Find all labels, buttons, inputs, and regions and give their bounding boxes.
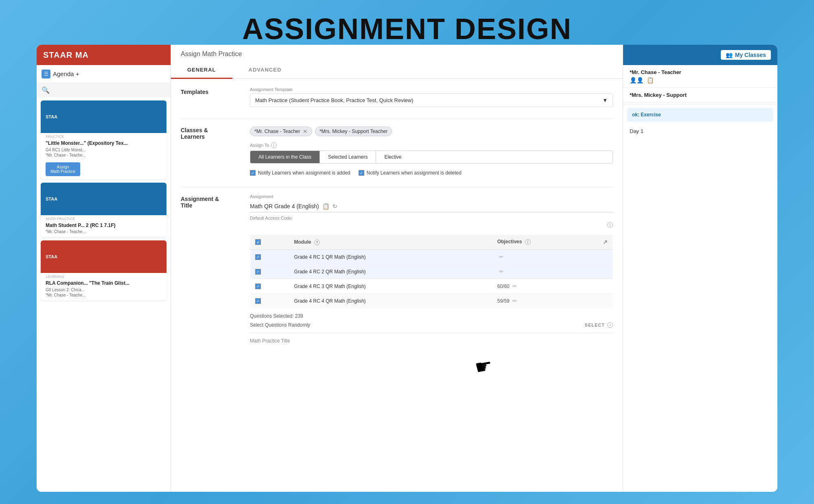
row-4-obj-val: 59/59 <box>497 298 510 304</box>
page-title: ASSIGNMENT DESIGN <box>0 0 814 46</box>
row-2-checkbox[interactable]: ✓ <box>255 269 261 275</box>
templates-content: Assignment Template Math Practice (Stude… <box>250 87 613 107</box>
assignment-title-section: Assignment & Title Assignment Math QR Gr… <box>181 194 613 344</box>
ext-link-icon[interactable]: ↗ <box>603 239 608 245</box>
select-button[interactable]: SELECT <box>585 323 605 327</box>
my-classes-icon: 👥 <box>726 52 733 58</box>
teacher-item-2[interactable]: *Mrs. Mickey - Support <box>623 88 777 103</box>
agenda-icon: ☰ <box>42 70 50 79</box>
classes-learners-section: Classes & Learners *Mr. Chase - Teacher … <box>181 125 613 176</box>
assignment-content: Assignment Math QR Grade 4 (English) 📋 ↻… <box>250 194 613 344</box>
module-info-icon[interactable]: ? <box>314 240 320 245</box>
modal-overlay: Assign Math Practice GENERAL ADVANCED Te… <box>171 45 623 492</box>
card-math-student: STAA MATH PRACTICE Math Student P... 2 (… <box>41 183 166 238</box>
objectives-info-icon[interactable]: i <box>525 239 531 245</box>
row-3-checkbox[interactable]: ✓ <box>255 284 261 289</box>
classes-label-line1: Classes & <box>181 127 208 133</box>
card-header-text-1: STAA <box>46 114 57 119</box>
row-4-obj-cell: 59/59 ✏ <box>492 294 613 308</box>
notify-added-label: Notify Learners when assignment is added <box>258 170 350 176</box>
teacher-item-1[interactable]: *Mr. Chase - Teacher 👤👤 📋 <box>623 65 777 88</box>
notify-deleted-checkbox[interactable]: ✓ <box>359 170 364 176</box>
row-4-checkbox[interactable]: ✓ <box>255 298 261 304</box>
row-1-checkbox[interactable]: ✓ <box>255 254 261 260</box>
card-header-text-2: STAA <box>46 196 57 201</box>
template-select[interactable]: Math Practice (Student Practice Book, Pr… <box>250 94 613 107</box>
row-1-module-text: Grade 4 RC 1 QR Math (English) <box>294 254 366 260</box>
card-label-3: LEARNING <box>41 273 166 279</box>
assign-btn-line1: Assign <box>57 165 69 169</box>
teacher-name-1: *Mr. Chase - Teacher <box>630 69 771 75</box>
right-panel: 👥 My Classes *Mr. Chase - Teacher 👤👤 📋 *… <box>623 45 777 492</box>
table-row: ✓ Grade 4 RC 3 QR Math (English) 60/60 ✏ <box>250 279 613 294</box>
assign-option-elective[interactable]: Elective <box>376 151 409 163</box>
tab-bar: GENERAL ADVANCED <box>171 62 623 79</box>
th-checkbox: ✓ <box>250 235 289 250</box>
card-title-3: RLA Companion... "The Train Glist... <box>46 280 162 287</box>
classes-content: *Mr. Chase - Teacher ✕ *Mrs. Mickey - Su… <box>250 125 613 176</box>
card-label-1: PRACTICE <box>41 133 166 139</box>
row-1-edit-icon[interactable]: ✏ <box>499 254 503 260</box>
search-row: 🔍 <box>37 83 171 97</box>
objectives-header-label: Objectives <box>497 239 522 244</box>
row-3-edit-icon[interactable]: ✏ <box>512 283 517 289</box>
right-card-title: ok: Exercise <box>632 112 768 118</box>
notify-added-checkbox[interactable]: ✓ <box>250 170 256 176</box>
row-3-cb-cell: ✓ <box>250 279 289 294</box>
notification-checkboxes: ✓ Notify Learners when assignment is add… <box>250 167 613 176</box>
table-header-row: ✓ Module ? Objectives i ↗ <box>250 235 613 250</box>
tab-general[interactable]: GENERAL <box>171 62 232 79</box>
assign-to-info-icon[interactable]: i <box>271 142 277 148</box>
card-header-red-3: STAA <box>41 240 166 273</box>
assignment-field-label: Assignment <box>250 194 613 199</box>
table-row: ✓ Grade 4 RC 4 QR Math (English) 59/59 ✏ <box>250 294 613 308</box>
classes-label-line2: Learners <box>181 133 205 140</box>
tag-close-0[interactable]: ✕ <box>303 129 308 134</box>
card-assign-math-practice: STAA PRACTICE "Little Monster..." (Expos… <box>41 100 166 179</box>
right-panel-header: 👥 My Classes <box>623 45 777 65</box>
row-1-obj-cell: ✏ <box>492 250 613 264</box>
assign-option-selected[interactable]: Selected Learners <box>320 151 376 163</box>
row-4-edit-icon[interactable]: ✏ <box>512 298 517 304</box>
teacher-icon-edit: 📋 <box>647 77 654 83</box>
select-questions-label: Select Questions Randomly <box>250 322 310 328</box>
tag-mr-chase[interactable]: *Mr. Chase - Teacher ✕ <box>250 127 312 136</box>
card-body-2: Math Student P... 2 (RC 1 7.1F) *Mr. Cha… <box>41 221 166 238</box>
card-title-2: Math Student P... 2 (RC 1 7.1F) <box>46 223 162 229</box>
tag-mrs-mickey[interactable]: *Mrs. Mickey - Support Teacher <box>315 127 392 136</box>
select-questions-info-icon[interactable]: i <box>607 322 613 328</box>
copy-icon[interactable]: 📋 <box>322 203 329 209</box>
my-classes-button[interactable]: 👥 My Classes <box>721 50 771 60</box>
row-2-edit-icon[interactable]: ✏ <box>499 268 503 275</box>
modal-content: Templates Assignment Template Math Pract… <box>171 79 623 492</box>
access-code-info-icon[interactable]: i <box>607 222 613 228</box>
row-4-module-cell: Grade 4 RC 4 QR Math (English) <box>289 294 492 308</box>
module-header-label: Module <box>294 239 311 245</box>
assignment-input[interactable]: Math QR Grade 4 (English) 📋 ↻ <box>250 201 613 212</box>
assign-to-label: Assign To i <box>250 142 613 148</box>
card-label-2: MATH PRACTICE <box>41 215 166 221</box>
row-1-module-cell: Grade 4 RC 1 QR Math (English) <box>289 250 492 264</box>
tag-text-1: *Mrs. Mickey - Support Teacher <box>319 129 387 134</box>
row-4-module-text: Grade 4 RC 4 QR Math (English) <box>294 298 366 304</box>
tab-advanced[interactable]: ADVANCED <box>232 62 298 79</box>
card-header-text-3: STAA <box>46 254 57 259</box>
app-background: STAAR MA ☰ Agenda + 🔍 STAA PRACTICE "Lit… <box>37 45 777 492</box>
select-all-checkbox[interactable]: ✓ <box>255 239 261 245</box>
notify-deleted-row: ✓ Notify Learners when assignment is del… <box>359 170 462 176</box>
search-icon[interactable]: 🔍 <box>42 86 50 94</box>
row-3-module-cell: Grade 4 RC 3 QR Math (English) <box>289 279 492 294</box>
agenda-bar[interactable]: ☰ Agenda + <box>37 65 171 83</box>
row-2-cb-cell: ✓ <box>250 264 289 279</box>
notify-added-row: ✓ Notify Learners when assignment is add… <box>250 170 350 176</box>
templates-section: Templates Assignment Template Math Pract… <box>181 87 613 107</box>
assign-math-practice-button[interactable]: Assign Math Practice <box>46 162 80 176</box>
templates-label: Templates <box>181 87 234 107</box>
classes-learners-label: Classes & Learners <box>181 125 234 176</box>
card-body-3: RLA Companion... "The Train Glist... G8 … <box>41 279 166 301</box>
assign-option-all[interactable]: All Learners in the Class <box>250 151 320 163</box>
card-rla-companion: STAA LEARNING RLA Companion... "The Trai… <box>41 240 166 301</box>
card-title-1: "Little Monster..." (Expository Tex... <box>46 140 162 147</box>
divider-2 <box>181 187 613 188</box>
refresh-icon[interactable]: ↻ <box>333 203 337 209</box>
